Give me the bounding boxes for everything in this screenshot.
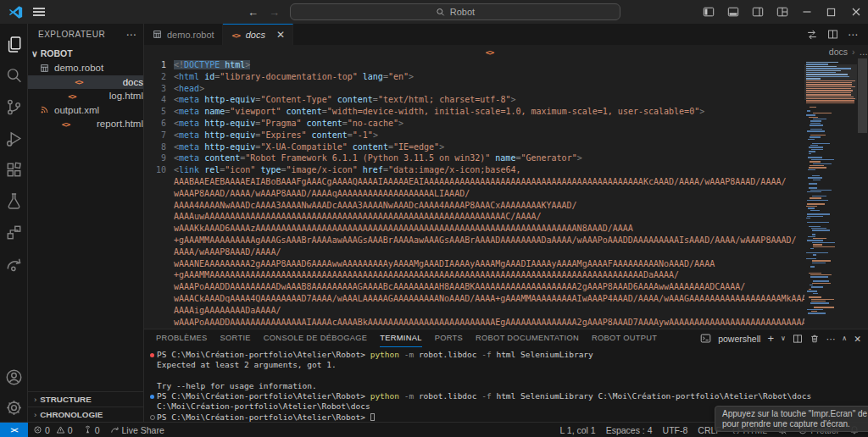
- terminal-dropdown-icon[interactable]: ∨: [781, 335, 786, 342]
- command-decoration-hollow: [147, 412, 157, 423]
- close-icon[interactable]: [843, 0, 868, 24]
- section-structure[interactable]: › STRUCTURE: [28, 391, 143, 407]
- panel-tab-robot-output[interactable]: ROBOT OUTPUT: [592, 329, 657, 347]
- terminal-shell-label[interactable]: powershell: [718, 334, 760, 344]
- new-terminal-icon[interactable]: +: [767, 332, 774, 345]
- panel-tabs: PROBLÈMESSORTIECONSOLE DE DÉBOGAGETERMIN…: [156, 329, 670, 347]
- code-line: 1<!DOCTYPE html>: [144, 59, 804, 71]
- compare-changes-icon[interactable]: [806, 29, 818, 41]
- terminal-cursor: [370, 413, 375, 421]
- panel-tab-sortie[interactable]: SORTIE: [220, 329, 251, 347]
- code-line: 10<link rel="icon" type="image/x-icon" h…: [144, 164, 804, 176]
- error-icon: [33, 425, 42, 434]
- toggle-secondary-sidebar-icon[interactable]: [745, 0, 770, 24]
- command-decoration-none: [147, 381, 157, 391]
- panel-more-actions-icon[interactable]: ⋯: [826, 334, 836, 344]
- code-file-icon: <>: [39, 75, 119, 88]
- code-wrap-line: wAAAP8AAAD/AAAA/wAAAP8AAAD/AAAAqAAAAAAAA…: [144, 188, 804, 200]
- panel-tab-console-de-d-bogage[interactable]: CONSOLE DE DÉBOGAGE: [264, 329, 367, 347]
- title-bar: ← → Robot: [0, 0, 868, 24]
- testing-icon[interactable]: [0, 185, 28, 217]
- code-wrap-line: wAAANEAAAAAAAAA2gAAAP8AAAD6AAAAwwAAAAAAA…: [144, 258, 804, 270]
- code-lines: 1<!DOCTYPE html>2<html id="library-docum…: [144, 59, 804, 328]
- toast-line2: pour prendre une capture d'écran.: [722, 419, 868, 429]
- chevron-down-icon: ∨: [31, 48, 38, 58]
- minimap[interactable]: [804, 58, 857, 329]
- live-share-icon[interactable]: [0, 248, 28, 279]
- toggle-panel-icon[interactable]: [721, 0, 745, 24]
- code-wrap-line: wAAACkAAADqAAAA4QAAAAAAAAD7AAAA/wAAALAAA…: [144, 293, 804, 305]
- code-editor[interactable]: 1<!DOCTYPE html>2<html id="library-docum…: [144, 58, 804, 329]
- symbols-icon[interactable]: [0, 217, 28, 248]
- code-wrap-line: AAAA/wAAAP8AAAD/AAAA/: [144, 246, 804, 258]
- breadcrumb[interactable]: <> docs › …: [144, 45, 868, 58]
- file-item-log-html[interactable]: <>log.html: [28, 89, 143, 103]
- maximize-panel-icon[interactable]: ∧: [842, 335, 847, 342]
- panel-tab-probl-mes[interactable]: PROBLÈMES: [156, 329, 208, 347]
- status-indentation[interactable]: Espaces : 4: [601, 423, 658, 437]
- panel-tab-terminal[interactable]: TERMINAL: [380, 329, 421, 347]
- status-line-col[interactable]: L 1, col 1: [554, 423, 600, 437]
- file-item-docs[interactable]: <>docs: [28, 75, 143, 90]
- search-sidebar-icon[interactable]: [0, 60, 28, 91]
- file-item-output-xml[interactable]: output.xml: [28, 103, 143, 118]
- minimap-slider[interactable]: [804, 64, 857, 100]
- tab-docs[interactable]: <> docs ✕: [223, 24, 293, 45]
- panel-tab-robot-documentation[interactable]: ROBOT DOCUMENTATION: [476, 329, 579, 347]
- scrollbar-thumb[interactable]: [858, 58, 867, 133]
- run-debug-icon[interactable]: [0, 123, 28, 154]
- minimize-icon[interactable]: [794, 0, 819, 24]
- status-problems[interactable]: 0 0: [28, 423, 78, 437]
- search-value: Robot: [450, 7, 475, 17]
- explorer-sidebar: EXPLORATEUR ⋯ ∨ ROBOT demo.robot<>docs<>…: [28, 24, 144, 422]
- code-wrap-line: AAABAAEAEBAAAAEAIABoBAAAFgAAACgAAAAQAAAA…: [144, 176, 804, 188]
- maximize-icon[interactable]: [819, 0, 843, 24]
- code-wrap-line: +gAAAMMAAAAAAAAAAAAAAAAAAAAAAAAAAAAAAAAA…: [144, 269, 804, 281]
- code-file-icon: <>: [39, 90, 105, 102]
- live-share-status-icon: [110, 425, 120, 434]
- explorer-icon[interactable]: [0, 29, 28, 60]
- powershell-terminal-icon: [700, 333, 711, 344]
- panel-tab-ports[interactable]: PORTS: [435, 329, 463, 347]
- notification-toast[interactable]: Appuyez sur la touche "Impr.Ecran" de vo…: [715, 406, 868, 432]
- kill-terminal-icon[interactable]: [810, 334, 820, 344]
- customize-layout-icon[interactable]: [770, 0, 794, 24]
- terminal-line: PS C:\Moi\Création-portfolio\Atelier\Rob…: [147, 350, 868, 360]
- folder-root[interactable]: ∨ ROBOT: [28, 45, 143, 61]
- code-wrap-line: +gAAAMMAAAAAAAAAgAAAGsAAABrAAAAawAAAGsAA…: [144, 235, 804, 246]
- split-editor-icon[interactable]: [827, 29, 838, 40]
- status-encoding[interactable]: UTF-8: [658, 423, 693, 437]
- explorer-more-actions-icon[interactable]: ⋯: [126, 29, 137, 41]
- tab-demo-robot[interactable]: demo.robot: [144, 24, 223, 45]
- close-tab-icon[interactable]: ✕: [276, 29, 285, 41]
- source-control-icon[interactable]: [0, 91, 28, 123]
- code-wrap-line: AAAA4AAAANwAAADcAAAA3AAAANwAAADcAAAA3AAA…: [144, 200, 804, 212]
- toggle-sidebar-icon[interactable]: [696, 0, 721, 24]
- settings-gear-icon[interactable]: [0, 393, 28, 422]
- code-line: 9<meta content="Robot Framework 6.1.1 (P…: [144, 152, 804, 164]
- command-center-search[interactable]: Robot: [290, 3, 620, 20]
- extensions-icon[interactable]: [0, 154, 28, 185]
- remote-indicator[interactable]: ><: [0, 423, 28, 437]
- file-item-report-html[interactable]: <>report.html: [28, 117, 143, 131]
- code-file-icon: <>: [39, 118, 92, 130]
- account-icon[interactable]: [0, 362, 28, 393]
- terminal-line: PS C:\Moi\Création-portfolio\Atelier\Rob…: [147, 391, 868, 401]
- nav-back-icon[interactable]: ←: [248, 6, 259, 19]
- toast-line1: Appuyez sur la touche "Impr.Ecran" de vo…: [722, 409, 868, 419]
- editor-scrollbar[interactable]: [857, 58, 868, 329]
- menu-icon[interactable]: [33, 6, 45, 19]
- code-line: 5<meta name="viewport" content="width=de…: [144, 106, 804, 118]
- file-item-demo-robot[interactable]: demo.robot: [28, 61, 143, 75]
- editor-more-actions-icon[interactable]: ⋯: [848, 29, 858, 41]
- command-decoration-blue: [147, 391, 157, 401]
- section-timeline[interactable]: › CHRONOLOGIE: [28, 407, 143, 422]
- code-wrap-line: AAAAuwAAAAAAAAAAAAAAAAAAAAAAAAAAAAAAAAAA…: [144, 211, 804, 223]
- activity-bar: [0, 24, 28, 422]
- close-panel-icon[interactable]: ✕: [854, 334, 861, 344]
- command-decoration-none: [147, 371, 157, 381]
- command-decoration-red: [147, 350, 157, 360]
- status-live-share[interactable]: Live Share: [105, 423, 170, 437]
- split-terminal-icon[interactable]: [793, 334, 803, 344]
- status-ports[interactable]: 0: [78, 423, 105, 437]
